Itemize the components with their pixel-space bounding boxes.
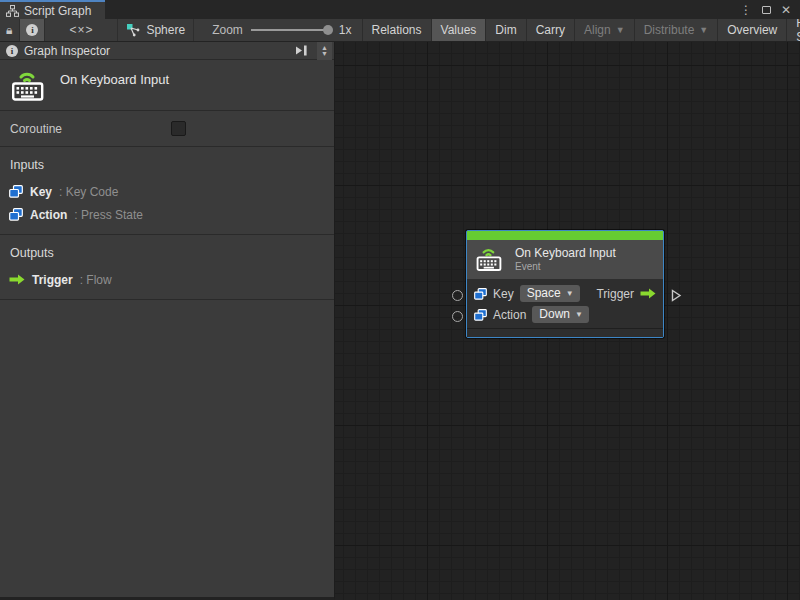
node-header[interactable]: On Keyboard Input Event [467,240,663,279]
inputs-section: Inputs Key : Key Code Action : Press [0,147,334,235]
node-accent-bar [467,231,663,240]
key-label: Key [493,287,514,301]
input-type: : Key Code [59,185,118,199]
inspector-node-header: On Keyboard Input [0,60,334,111]
trigger-output: Trigger [596,287,656,301]
input-port-row-action: Action : Press State [0,203,334,226]
zoom-slider-handle[interactable] [323,25,333,35]
window-maximize-icon[interactable] [758,2,774,18]
window-controls: ⋮ ✕ [738,0,800,19]
input-name: Action [30,208,67,222]
graph-pointer-icon [126,23,140,37]
inspector-titlebar: i Graph Inspector ▲ ▼ [0,42,334,60]
node-row-action: Action Down ▼ [467,304,663,325]
zoom-control: Zoom 1x [194,19,361,41]
relations-button[interactable]: Relations [362,19,431,41]
align-caret-icon: ▼ [616,25,625,35]
graph-canvas[interactable]: On Keyboard Input Event Key Space ▼ [335,42,800,600]
keyboard-input-icon [475,246,505,272]
values-button[interactable]: Values [431,19,486,41]
unity-script-graph-window: Script Graph ⋮ ✕ 🔒︎ i <×> Sphere [0,0,800,600]
dim-button[interactable]: Dim [485,19,525,41]
key-dropdown-caret-icon: ▼ [566,289,574,298]
node-titles: On Keyboard Input Event [515,246,616,272]
zoom-value: 1x [339,23,352,37]
trigger-flow-port[interactable] [671,289,682,302]
align-dropdown-button[interactable]: Align ▼ [574,19,634,41]
key-dropdown-value: Space [527,286,561,300]
key-dropdown[interactable]: Space ▼ [520,285,580,302]
value-port-icon [9,208,23,221]
align-label: Align [584,23,611,37]
inspector-node-title: On Keyboard Input [60,72,169,102]
graph-context-label: Sphere [146,23,185,37]
node-title: On Keyboard Input [515,246,616,260]
tab-script-graph[interactable]: Script Graph [0,0,105,19]
zoom-slider[interactable] [251,29,331,31]
value-port-icon [474,309,487,321]
fullscreen-button[interactable]: Full Screen [786,19,800,41]
dock-panel-icon[interactable] [295,45,308,56]
inputs-header: Inputs [0,156,334,180]
coroutine-row: Coroutine [0,111,334,147]
coroutine-checkbox[interactable] [171,121,186,136]
inspector-toggle-button[interactable]: i [20,19,45,41]
value-port-icon [474,288,487,300]
toolbar-right-cluster: Relations Values Dim Carry Align ▼ Distr… [362,19,800,41]
node-footer [467,328,663,337]
edit-graph-button[interactable]: <×> [45,19,117,41]
info-icon: i [26,24,38,36]
inspector-info-icon: i [6,45,18,57]
zoom-label: Zoom [212,23,243,37]
outputs-header: Outputs [0,244,334,268]
key-input-port[interactable] [452,290,463,301]
overview-button[interactable]: Overview [717,19,786,41]
value-port-icon [9,185,23,198]
lock-icon: 🔒︎ [6,23,13,37]
graph-toolbar: 🔒︎ i <×> Sphere Zoom 1x Relations [0,19,800,42]
inspector-title: Graph Inspector [24,44,289,58]
distribute-label: Distribute [644,23,695,37]
inspector-empty-area [0,300,334,597]
flow-arrow-icon [9,274,25,285]
window-close-icon[interactable]: ✕ [778,2,794,18]
spinner-down-icon[interactable]: ▼ [321,51,328,57]
action-label: Action [493,308,526,322]
node-body: Key Space ▼ Trigger [467,279,663,328]
main-area: i Graph Inspector ▲ ▼ [0,42,800,600]
action-dropdown[interactable]: Down ▼ [532,306,589,323]
coroutine-label: Coroutine [10,122,62,136]
keyboard-input-icon [10,69,48,102]
action-dropdown-caret-icon: ▼ [575,310,583,319]
graph-inspector-panel: i Graph Inspector ▲ ▼ [0,42,335,600]
on-keyboard-input-node[interactable]: On Keyboard Input Event Key Space ▼ [466,230,664,338]
tab-label: Script Graph [24,4,91,18]
distribute-dropdown-button[interactable]: Distribute ▼ [634,19,718,41]
code-icon: <×> [69,23,93,37]
flow-arrow-icon [640,288,656,299]
node-row-key: Key Space ▼ Trigger [467,283,663,304]
distribute-caret-icon: ▼ [699,25,708,35]
input-port-row-key: Key : Key Code [0,180,334,203]
node-subtitle: Event [515,261,616,272]
trigger-label: Trigger [596,287,634,301]
outputs-section: Outputs Trigger : Flow [0,235,334,300]
carry-button[interactable]: Carry [526,19,574,41]
output-type: : Flow [80,273,112,287]
graph-context-button[interactable]: Sphere [117,19,194,41]
tab-bar: Script Graph ⋮ ✕ [0,0,800,19]
script-graph-icon [6,5,19,17]
window-menu-icon[interactable]: ⋮ [738,2,754,18]
action-dropdown-value: Down [539,307,570,321]
inspector-spinner[interactable]: ▲ ▼ [317,42,332,60]
input-name: Key [30,185,52,199]
output-name: Trigger [32,273,73,287]
action-input-port[interactable] [452,311,463,322]
output-port-row-trigger: Trigger : Flow [0,268,334,291]
lock-button[interactable]: 🔒︎ [0,19,20,41]
input-type: : Press State [74,208,143,222]
